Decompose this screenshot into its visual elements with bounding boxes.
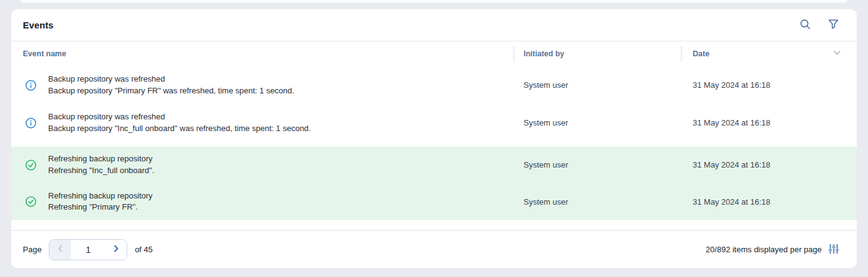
highlighted-rows-group: Refreshing backup repository Refreshing … xyxy=(11,147,857,220)
table-row[interactable]: Backup repository was refreshed Backup r… xyxy=(11,104,857,142)
previous-card-edge xyxy=(20,0,847,2)
total-pages-label: of 45 xyxy=(135,245,152,254)
check-circle-icon xyxy=(25,196,36,207)
chevron-down-icon[interactable] xyxy=(832,48,842,60)
items-per-page-button[interactable] xyxy=(827,244,840,256)
sliders-icon xyxy=(828,244,839,256)
event-description: Backup repository "Inc_full onboard" was… xyxy=(48,123,311,135)
event-title: Backup repository was refreshed xyxy=(48,111,311,123)
column-header-label: Event name xyxy=(23,49,66,58)
column-header-event-name[interactable]: Event name xyxy=(11,41,514,66)
event-description: Refreshing "Inc_full onboard". xyxy=(48,165,154,177)
search-button[interactable] xyxy=(799,19,811,32)
initiated-by-cell: System user xyxy=(524,160,568,169)
page-label: Page xyxy=(23,245,41,254)
date-cell: 31 May 2024 at 16:18 xyxy=(693,118,770,127)
table-row[interactable]: Refreshing backup repository Refreshing … xyxy=(11,184,857,221)
column-header-initiated-by[interactable]: Initiated by xyxy=(514,41,681,66)
previous-page-button[interactable] xyxy=(49,240,71,260)
date-cell: 31 May 2024 at 16:18 xyxy=(693,80,770,90)
initiated-by-cell: System user xyxy=(524,118,568,127)
info-circle-icon xyxy=(25,80,36,91)
event-description: Refreshing "Primary FR". xyxy=(48,202,152,213)
event-description: Backup repository "Primary FR" was refre… xyxy=(48,85,294,97)
table-row[interactable]: Refreshing backup repository Refreshing … xyxy=(11,147,857,184)
events-panel: Events Event name xyxy=(11,9,857,268)
date-cell: 31 May 2024 at 16:18 xyxy=(693,197,770,207)
check-circle-icon xyxy=(25,160,36,171)
column-header-label: Date xyxy=(693,49,709,58)
initiated-by-cell: System user xyxy=(524,197,568,207)
page-title: Events xyxy=(23,20,54,30)
chevron-right-icon xyxy=(111,244,121,255)
items-per-page-area: 20/892 items displayed per page xyxy=(706,244,840,256)
panel-header: Events xyxy=(11,9,857,41)
items-summary: 20/892 items displayed per page xyxy=(706,245,822,254)
table-header-row: Event name Initiated by Date xyxy=(11,41,857,66)
event-title: Refreshing backup repository xyxy=(48,153,154,165)
column-header-label: Initiated by xyxy=(524,49,564,58)
next-page-button[interactable] xyxy=(105,240,127,260)
panel-actions xyxy=(799,19,840,32)
event-title: Refreshing backup repository xyxy=(48,190,152,202)
initiated-by-cell: System user xyxy=(524,80,568,90)
event-title: Backup repository was refreshed xyxy=(48,74,294,85)
info-circle-icon xyxy=(25,117,36,129)
search-icon xyxy=(799,19,811,32)
chevron-left-icon xyxy=(56,244,65,255)
current-page-value[interactable]: 1 xyxy=(71,240,105,260)
page-stepper: 1 xyxy=(49,239,127,260)
table-row[interactable]: Backup repository was refreshed Backup r… xyxy=(11,66,857,104)
date-cell: 31 May 2024 at 16:18 xyxy=(693,160,770,169)
event-rows: Backup repository was refreshed Backup r… xyxy=(11,66,857,220)
filter-button[interactable] xyxy=(827,19,840,32)
column-header-date[interactable]: Date xyxy=(681,41,857,66)
pagination-bar: Page 1 of 45 20/892 items displaye xyxy=(11,230,857,268)
filter-funnel-icon xyxy=(828,19,839,32)
